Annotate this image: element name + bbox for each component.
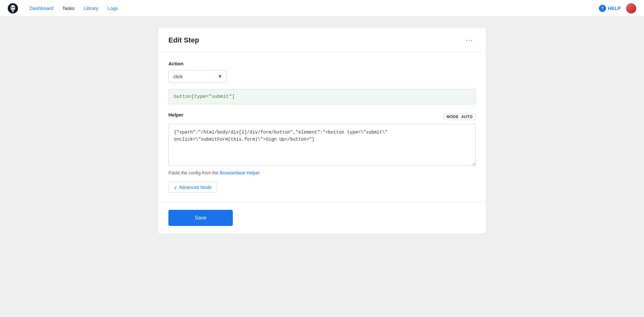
card-footer: Save [158,202,486,234]
advanced-mode-chevron-icon: ∨ [174,185,177,190]
nav-logs[interactable]: Logs [108,5,118,11]
nav-tasks[interactable]: Tasks [62,5,74,11]
action-select-wrapper: click type navigate scroll wait screensh… [168,70,226,83]
action-select[interactable]: click type navigate scroll wait screensh… [168,70,226,83]
more-options-button[interactable]: ··· [463,35,476,45]
mode-prefix: MODE [447,115,459,119]
browserbear-helper-link[interactable]: Browserbear Helper [220,170,260,175]
svg-point-1 [11,5,15,11]
edit-step-card: Edit Step ··· Action click type navigate… [158,27,486,234]
page-content: Edit Step ··· Action click type navigate… [0,17,644,244]
help-icon: ? [599,5,606,12]
helper-header: Helper MODE AUTO [168,112,476,121]
help-link[interactable]: ? HELP [599,5,621,12]
card-title: Edit Step [168,36,199,44]
action-label: Action [168,61,476,66]
svg-point-5 [14,7,14,7]
helper-label: Helper [168,112,184,117]
svg-point-4 [12,7,12,7]
mode-badge: MODE AUTO [444,114,476,120]
card-header: Edit Step ··· [158,27,486,52]
helper-hint: Paste the config from the Browserbear He… [168,170,476,175]
nav-library[interactable]: Library [84,5,99,11]
helper-textarea[interactable]: {"xpath":"/html/body/div[1]/div/form/but… [168,124,476,166]
save-button[interactable]: Save [168,210,233,226]
user-avatar[interactable] [626,3,636,14]
help-label: HELP [608,6,621,11]
nav-dashboard[interactable]: Dashboard [30,5,53,11]
selector-field[interactable]: button[type="submit"] [168,89,476,104]
advanced-mode-button[interactable]: ∨ Advanced Mode [168,182,217,193]
app-logo[interactable] [8,3,18,14]
advanced-mode-label: Advanced Mode [179,185,212,190]
navbar: Dashboard Tasks Library Logs ? HELP [0,0,644,17]
card-body: Action click type navigate scroll wait s… [158,52,486,202]
mode-value: AUTO [461,115,473,119]
